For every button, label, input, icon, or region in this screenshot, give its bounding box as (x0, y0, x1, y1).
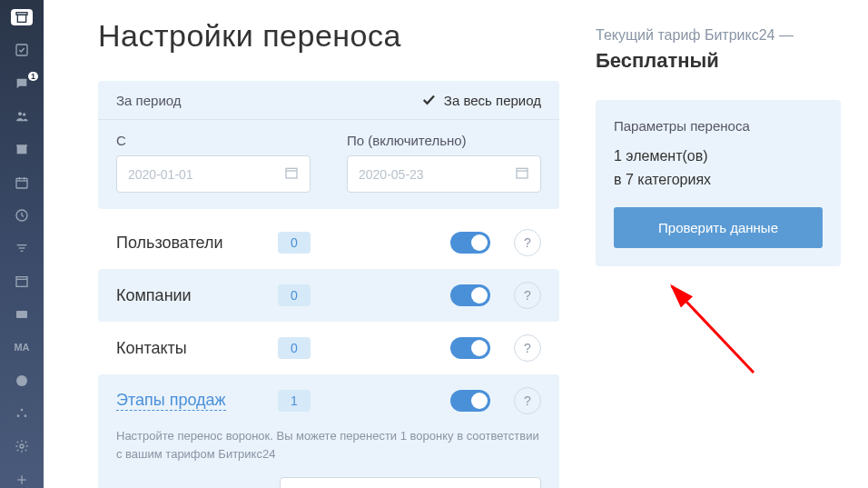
arrow-right-icon (243, 484, 261, 489)
nav-tree-icon[interactable] (11, 405, 33, 422)
count-badge: 1 (278, 390, 311, 412)
side-panel: Текущий тариф Битрикс24 — Бесплатный Пар… (596, 18, 841, 488)
tariff-line: Текущий тариф Битрикс24 — (596, 27, 841, 44)
category-companies: Компании 0 ? (98, 269, 559, 322)
nav-settings-icon[interactable] (11, 438, 33, 454)
nav-archive-icon[interactable] (11, 9, 33, 25)
category-users: Пользователи 0 ? (98, 216, 559, 269)
svg-rect-5 (16, 178, 27, 188)
help-button[interactable]: ? (514, 334, 541, 362)
date-to-input[interactable]: 2020-05-23 (347, 155, 541, 193)
nav-users-icon[interactable] (11, 108, 33, 124)
toggle-companies[interactable] (450, 284, 490, 306)
content: Настройки переноса За период За весь пер… (98, 18, 559, 488)
main: Настройки переноса За период За весь пер… (44, 0, 868, 488)
checkmark-icon (420, 92, 437, 108)
stages-box: Этапы продаж 1 ? Настройте перенос ворон… (98, 374, 559, 488)
funnel-select[interactable]: Основная (280, 477, 541, 488)
count-badge: 0 (278, 337, 311, 359)
nav-store-icon[interactable] (11, 141, 33, 157)
svg-point-3 (18, 112, 22, 115)
nav-card-icon[interactable] (11, 306, 33, 323)
whole-period-label: За весь период (444, 93, 541, 108)
svg-rect-1 (17, 15, 25, 22)
whole-period-checkbox[interactable]: За весь период (420, 92, 541, 108)
toggle-stages[interactable] (450, 390, 490, 412)
params-title: Параметры переноса (614, 118, 823, 134)
nav-window-icon[interactable] (11, 274, 33, 290)
svg-point-19 (25, 414, 27, 417)
chat-badge: 1 (28, 72, 38, 81)
check-data-button[interactable]: Проверить данные (614, 207, 823, 248)
page-title: Настройки переноса (98, 18, 559, 54)
nav-plus-icon[interactable] (11, 472, 33, 488)
nav-clock-icon[interactable] (11, 207, 33, 224)
toggle-users[interactable] (450, 232, 490, 254)
date-to-label: По (включительно) (347, 133, 541, 148)
svg-rect-13 (16, 276, 27, 286)
svg-point-20 (20, 444, 24, 448)
help-button[interactable]: ? (514, 387, 541, 414)
svg-point-18 (17, 414, 20, 417)
count-badge: 0 (278, 284, 311, 306)
svg-rect-25 (517, 168, 528, 178)
nav-check-icon[interactable] (11, 42, 33, 58)
date-from-input[interactable]: 2020-01-01 (116, 155, 311, 193)
category-contacts: Контакты 0 ? (98, 322, 559, 374)
svg-rect-23 (286, 168, 297, 178)
stages-description: Настройте перенос воронок. Вы можете пер… (98, 427, 559, 477)
toggle-contacts[interactable] (450, 337, 490, 359)
svg-point-16 (16, 375, 27, 386)
params-info: 1 элемент(ов) в 7 категориях (614, 144, 823, 191)
calendar-icon (284, 165, 299, 183)
nav-ma[interactable]: MA (11, 339, 33, 355)
sidebar: 1 MA (0, 0, 44, 488)
nav-chat-icon[interactable]: 1 (11, 75, 33, 92)
help-button[interactable]: ? (514, 282, 541, 309)
svg-point-17 (21, 409, 24, 412)
calendar-icon (515, 165, 529, 183)
period-box: За период За весь период С 2020-01-01 По… (98, 81, 559, 209)
tariff-name: Бесплатный (596, 49, 841, 73)
svg-point-4 (23, 113, 25, 115)
params-box: Параметры переноса 1 элемент(ов) в 7 кат… (596, 100, 841, 266)
count-badge: 0 (278, 232, 311, 254)
stages-link[interactable]: Этапы продаж (116, 391, 226, 411)
nav-calendar-icon[interactable] (11, 174, 33, 191)
date-from-label: С (116, 133, 311, 148)
help-button[interactable]: ? (514, 229, 541, 256)
period-label: За период (116, 93, 182, 108)
nav-filter-icon[interactable] (11, 240, 33, 256)
nav-check-circle-icon[interactable] (11, 373, 33, 389)
svg-rect-15 (16, 311, 27, 318)
svg-rect-2 (16, 45, 27, 55)
